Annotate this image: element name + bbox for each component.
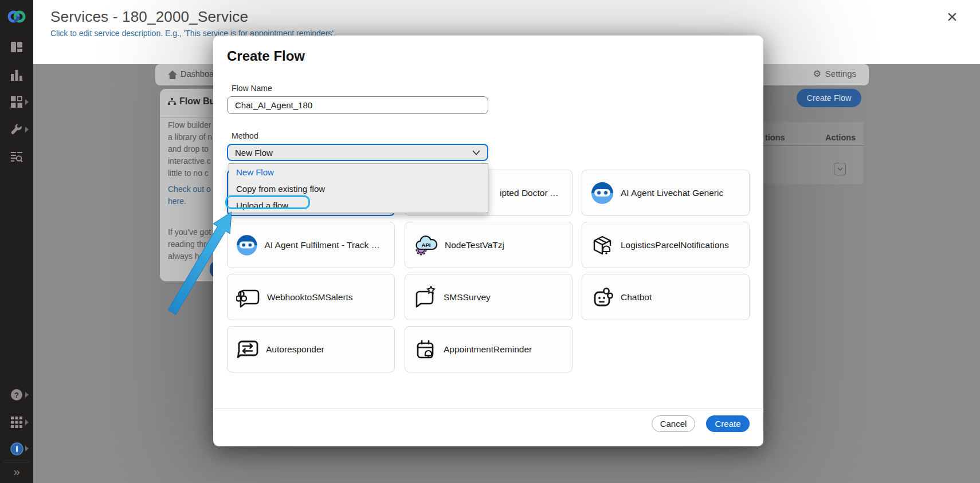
method-select-value: New Flow xyxy=(235,148,273,158)
flow-builder-title: Flow Bu xyxy=(179,96,215,107)
chevron-down-icon xyxy=(472,150,480,155)
template-label: Autoresponder xyxy=(266,344,324,355)
flow-builder-text: Flow builder a library of n and drop to … xyxy=(168,119,212,179)
chevron-right-icon xyxy=(25,446,29,451)
chat-arrows-icon xyxy=(236,338,259,361)
flow-builder-icon xyxy=(168,98,176,105)
method-select[interactable]: New Flow xyxy=(227,144,488,161)
grid-icon xyxy=(11,417,22,428)
template-label: SMSSurvey xyxy=(444,292,491,303)
page-create-flow-button[interactable]: Create Flow xyxy=(797,89,861,107)
create-button[interactable]: Create xyxy=(706,415,750,432)
create-flow-modal: Create Flow Flow Name Method New Flow ip… xyxy=(213,36,763,446)
page-title: Services - 180_2000_Service xyxy=(50,8,248,26)
template-label: Chatbot xyxy=(621,292,652,303)
template-label: WebhooktoSMSalerts xyxy=(267,292,353,303)
template-label: AppointmentReminder xyxy=(444,344,532,355)
webex-logo[interactable] xyxy=(0,7,33,26)
option-new-flow[interactable]: New Flow xyxy=(229,164,488,180)
method-label: Method xyxy=(232,131,258,140)
template-card[interactable]: AppointmentReminder xyxy=(405,326,573,372)
chat-star-icon xyxy=(414,286,437,309)
option-copy-existing[interactable]: Copy from existing flow xyxy=(229,180,488,197)
template-label: NodeTestVaTzj xyxy=(445,240,504,250)
robot-icon xyxy=(591,182,614,205)
parcel-bell-icon xyxy=(591,234,614,257)
template-card[interactable]: Chatbot xyxy=(582,274,750,320)
divider xyxy=(213,409,763,409)
settings-label: Settings xyxy=(825,69,856,78)
close-icon[interactable]: × xyxy=(947,6,958,28)
help-icon: ? xyxy=(10,388,23,401)
chevron-right-icon xyxy=(25,392,29,398)
sidebar-item-audit[interactable] xyxy=(0,151,33,163)
home-icon[interactable] xyxy=(167,70,178,80)
template-card[interactable]: SMSSurvey xyxy=(405,274,573,320)
cancel-button[interactable]: Cancel xyxy=(652,415,695,432)
settings-button[interactable]: ⚙ Settings xyxy=(813,69,856,78)
table-header-tions: tions xyxy=(765,133,785,142)
gear-icon: ⚙ xyxy=(813,69,821,78)
flow-builder-text-2: If you've got reading thro always he xyxy=(168,226,211,262)
dashboard-icon xyxy=(11,42,22,52)
wrench-icon xyxy=(11,124,22,135)
breadcrumb[interactable]: Dashboa xyxy=(181,69,214,78)
chevron-right-icon xyxy=(25,99,29,105)
template-card[interactable]: API NodeTestVaTzj xyxy=(405,222,573,268)
chevron-right-icon xyxy=(25,127,29,132)
api-cloud-icon: API xyxy=(414,234,438,257)
sidebar-item-analytics[interactable] xyxy=(0,69,33,81)
svg-text:API: API xyxy=(422,242,431,248)
chevron-down-icon xyxy=(837,167,843,171)
divider xyxy=(3,462,30,462)
template-card[interactable]: Autoresponder xyxy=(227,326,395,372)
apps-icon xyxy=(11,96,22,108)
bot-face-icon xyxy=(591,286,614,309)
svg-text:?: ? xyxy=(14,391,19,399)
template-card[interactable]: WebhooktoSMSalerts xyxy=(227,274,395,320)
flow-name-label: Flow Name xyxy=(232,84,272,93)
calendar-bell-icon xyxy=(414,338,437,361)
sidebar-item-dashboard[interactable] xyxy=(0,41,33,53)
list-search-icon xyxy=(11,151,23,163)
bar-chart-icon xyxy=(11,70,22,81)
sidebar-expand-button[interactable]: » xyxy=(0,465,33,478)
template-card[interactable]: AI Agent Livechat Generic xyxy=(582,170,750,216)
table-header-actions: Actions xyxy=(825,133,856,142)
chevron-right-icon xyxy=(25,419,29,425)
template-label: AI Agent Fulfilment - Track Pac... xyxy=(264,240,386,250)
flow-name-input[interactable] xyxy=(227,96,488,114)
sidebar: ? » xyxy=(0,0,33,483)
template-label: LogisticsParcelNotifications xyxy=(621,240,729,250)
template-card[interactable]: LogisticsParcelNotifications xyxy=(582,222,750,268)
webhook-chat-icon xyxy=(236,286,260,309)
avatar-icon xyxy=(10,442,23,455)
template-card[interactable]: AI Agent Fulfilment - Track Pac... xyxy=(227,222,395,268)
template-label: AI Agent Livechat Generic xyxy=(621,188,723,198)
webex-logo-icon xyxy=(7,8,26,25)
upload-flow-highlight-box xyxy=(225,195,310,209)
robot-icon xyxy=(236,234,257,257)
row-actions-dropdown[interactable] xyxy=(834,163,846,175)
modal-title: Create Flow xyxy=(227,48,305,64)
flow-builder-links[interactable]: Check out o here. xyxy=(168,183,211,207)
